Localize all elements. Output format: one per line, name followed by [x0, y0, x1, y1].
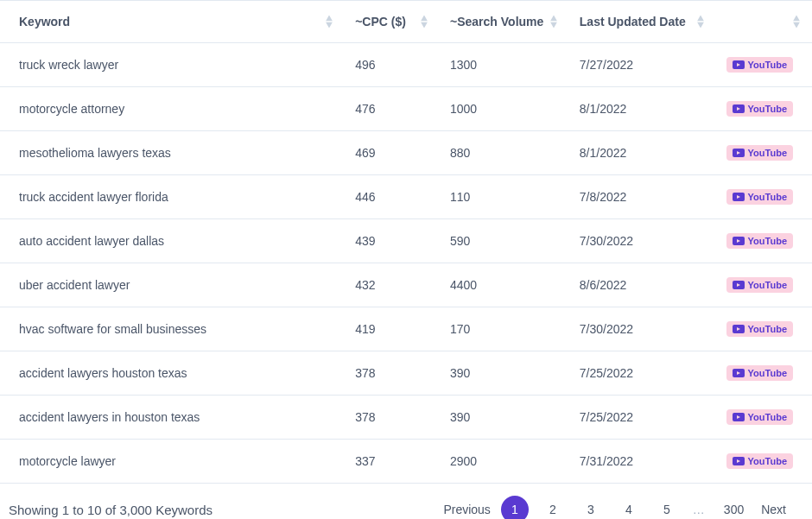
header-cpc[interactable]: ~CPC ($)	[345, 1, 440, 43]
table-row: truck wreck lawyer49613007/27/2022YouTub…	[0, 43, 812, 87]
cell-keyword: motorcycle lawyer	[0, 440, 345, 484]
youtube-label: YouTube	[748, 60, 787, 70]
status-text: Showing 1 to 10 of 3,000 Keywords	[9, 503, 213, 517]
youtube-label: YouTube	[748, 280, 787, 290]
page-button-3[interactable]: 3	[577, 496, 605, 519]
cell-date: 8/1/2022	[569, 87, 716, 131]
cell-cpc: 432	[345, 263, 440, 307]
page-button-1[interactable]: 1	[501, 496, 529, 519]
cell-action: YouTube	[716, 396, 812, 440]
cell-date: 7/31/2022	[569, 440, 716, 484]
cell-keyword: hvac software for small businesses	[0, 307, 345, 351]
table-row: uber accident lawyer43244008/6/2022YouTu…	[0, 263, 812, 307]
youtube-icon	[733, 193, 745, 201]
cell-action: YouTube	[716, 351, 812, 396]
sort-icon[interactable]	[697, 16, 704, 28]
cell-keyword: mesothelioma lawyers texas	[0, 131, 345, 175]
cell-cpc: 469	[345, 131, 440, 175]
youtube-label: YouTube	[748, 236, 787, 246]
cell-action: YouTube	[716, 131, 812, 175]
header-date-label: Last Updated Date	[580, 15, 686, 28]
youtube-button[interactable]: YouTube	[726, 277, 793, 293]
cell-cpc: 378	[345, 396, 440, 440]
youtube-button[interactable]: YouTube	[726, 409, 793, 425]
sort-icon[interactable]	[793, 16, 800, 28]
page-button-2[interactable]: 2	[539, 496, 567, 519]
pagination: Previous 12345 … 300 Next	[436, 496, 793, 519]
cell-volume: 170	[440, 307, 569, 351]
cell-cpc: 476	[345, 87, 440, 131]
cell-cpc: 419	[345, 307, 440, 351]
next-button[interactable]: Next	[754, 496, 793, 519]
cell-action: YouTube	[716, 263, 812, 307]
cell-volume: 880	[440, 131, 569, 175]
page-button-last[interactable]: 300	[717, 496, 751, 519]
cell-action: YouTube	[716, 307, 812, 351]
cell-action: YouTube	[716, 440, 812, 484]
table-row: mesothelioma lawyers texas4698808/1/2022…	[0, 131, 812, 175]
cell-volume: 4400	[440, 263, 569, 307]
youtube-label: YouTube	[748, 368, 787, 378]
header-cpc-label: ~CPC ($)	[355, 15, 406, 28]
youtube-label: YouTube	[748, 104, 787, 114]
page-button-4[interactable]: 4	[615, 496, 643, 519]
header-volume[interactable]: ~Search Volume	[440, 1, 569, 43]
cell-date: 8/1/2022	[569, 131, 716, 175]
youtube-button[interactable]: YouTube	[726, 57, 793, 73]
header-keyword[interactable]: Keyword	[0, 1, 345, 43]
cell-date: 8/6/2022	[569, 263, 716, 307]
cell-volume: 390	[440, 396, 569, 440]
youtube-button[interactable]: YouTube	[726, 365, 793, 381]
header-volume-label: ~Search Volume	[450, 15, 543, 28]
header-date[interactable]: Last Updated Date	[569, 1, 716, 43]
cell-cpc: 496	[345, 43, 440, 87]
youtube-label: YouTube	[748, 324, 787, 334]
table-row: truck accident lawyer florida4461107/8/2…	[0, 175, 812, 219]
youtube-icon	[733, 325, 745, 333]
youtube-icon	[733, 413, 745, 421]
cell-volume: 1300	[440, 43, 569, 87]
cell-action: YouTube	[716, 175, 812, 219]
cell-keyword: motorcycle attorney	[0, 87, 345, 131]
youtube-icon	[733, 457, 745, 465]
table-row: accident lawyers in houston texas3783907…	[0, 396, 812, 440]
table-row: accident lawyers houston texas3783907/25…	[0, 351, 812, 396]
youtube-label: YouTube	[748, 192, 787, 202]
cell-volume: 110	[440, 175, 569, 219]
page-button-5[interactable]: 5	[653, 496, 681, 519]
youtube-button[interactable]: YouTube	[726, 189, 793, 205]
youtube-icon	[733, 104, 745, 113]
youtube-icon	[733, 60, 745, 69]
youtube-button[interactable]: YouTube	[726, 101, 793, 117]
youtube-icon	[733, 369, 745, 377]
youtube-icon	[733, 149, 745, 157]
previous-button[interactable]: Previous	[436, 496, 497, 519]
sort-icon[interactable]	[421, 16, 428, 28]
cell-cpc: 439	[345, 219, 440, 263]
table-header-row: Keyword ~CPC ($) ~Search Volume	[0, 1, 812, 43]
youtube-icon	[733, 281, 745, 289]
youtube-label: YouTube	[748, 148, 787, 158]
youtube-button[interactable]: YouTube	[726, 233, 793, 249]
cell-volume: 590	[440, 219, 569, 263]
cell-volume: 2900	[440, 440, 569, 484]
table-row: hvac software for small businesses419170…	[0, 307, 812, 351]
cell-keyword: truck accident lawyer florida	[0, 175, 345, 219]
cell-date: 7/25/2022	[569, 396, 716, 440]
cell-volume: 1000	[440, 87, 569, 131]
youtube-icon	[733, 237, 745, 245]
table-row: motorcycle attorney47610008/1/2022YouTub…	[0, 87, 812, 131]
sort-icon[interactable]	[550, 16, 557, 28]
header-action[interactable]	[716, 1, 812, 43]
cell-volume: 390	[440, 351, 569, 396]
keyword-table: Keyword ~CPC ($) ~Search Volume	[0, 0, 812, 484]
youtube-button[interactable]: YouTube	[726, 145, 793, 161]
cell-date: 7/30/2022	[569, 307, 716, 351]
youtube-button[interactable]: YouTube	[726, 321, 793, 337]
youtube-button[interactable]: YouTube	[726, 453, 793, 469]
sort-icon[interactable]	[326, 16, 333, 28]
table-footer: Showing 1 to 10 of 3,000 Keywords Previo…	[0, 484, 812, 519]
cell-date: 7/27/2022	[569, 43, 716, 87]
cell-cpc: 337	[345, 440, 440, 484]
cell-action: YouTube	[716, 87, 812, 131]
